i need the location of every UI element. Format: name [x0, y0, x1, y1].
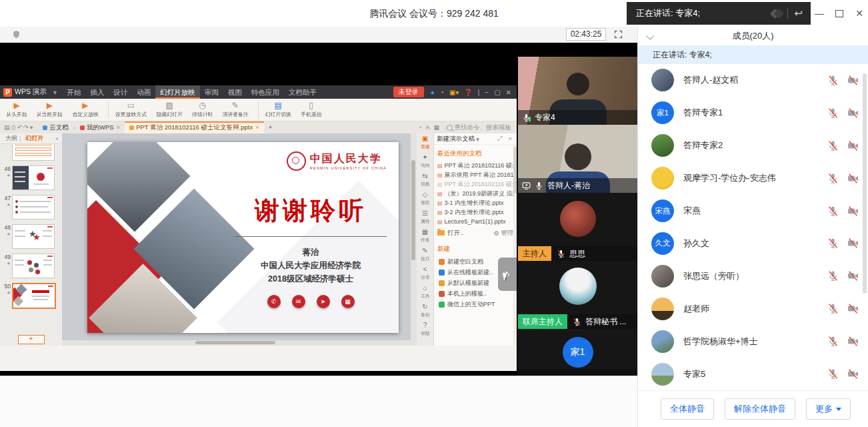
manage-link: ⚙管理 — [493, 229, 513, 238]
members-scrollbar[interactable] — [863, 73, 867, 294]
ribbon-speaker-notes: ✎演讲者备注 — [221, 101, 250, 119]
wps-doc-tabstrip: ▤⎙↶↷▾ 云文档 ‹ 我的WPS× PPT 蒋治 2018102116 硕士论… — [0, 121, 517, 134]
folder-icon — [437, 230, 445, 236]
mail-icon: ✉ — [292, 295, 305, 308]
meeting-window: 腾讯会议 会议号：929 242 481 — ✕ 正在讲话: 专家4; ↩ 02… — [0, 0, 868, 427]
avatar: 久文 — [651, 232, 674, 255]
slide-canvas: 中国人民大学 RENMIN UNIVERSITY OF CHINA 谢谢聆听 蒋… — [62, 133, 417, 346]
camera-off-icon[interactable] — [847, 75, 859, 86]
member-row[interactable]: 观摩学习-学位办-安志伟 — [638, 162, 868, 195]
mic-muted-icon[interactable] — [827, 173, 839, 184]
camera-off-icon[interactable] — [847, 303, 859, 314]
slide-thumb: 49★ — [0, 254, 62, 278]
member-row[interactable]: 哲学院杨淑华+博士 — [638, 325, 868, 358]
camera-off-icon[interactable] — [847, 368, 859, 380]
mic-muted-icon[interactable] — [827, 270, 839, 282]
ruc-logo: 中国人民大学 RENMIN UNIVERSITY OF CHINA — [287, 151, 387, 171]
wps-side-toolstrip: ▣新建 ✦动画 ⇆切换 ◇形状 ☰属性 ▦任务 ✎批注 <分享 ⌂工具 ↻备份 … — [417, 133, 434, 346]
video-tile-secretary[interactable]: 联席主持人 答辩秘书 ... — [518, 261, 637, 329]
member-row[interactable]: 家1 答辩专家1 — [638, 97, 868, 129]
mic-muted-icon[interactable] — [827, 368, 839, 380]
more-button[interactable]: 更多 — [806, 398, 851, 420]
camera-off-icon[interactable] — [847, 173, 859, 184]
chevron-down-icon[interactable] — [646, 32, 653, 39]
mic-muted-icon[interactable] — [827, 336, 839, 347]
slide-thumb-selected: 50★ — [0, 283, 62, 309]
ribbon-setup-show: ▭设置放映方式 — [114, 101, 148, 119]
member-row[interactable]: 久文 孙久文 — [638, 228, 868, 260]
wps-titlebar-icon: ● — [431, 89, 435, 96]
video-name: 专家4 — [535, 112, 555, 123]
side-tool: ▦任务 — [420, 228, 431, 247]
camera-off-icon[interactable] — [847, 107, 859, 119]
minimize-button[interactable]: — — [811, 5, 828, 21]
ribbon-from-current: ▶从当前开始 — [35, 101, 64, 119]
mic-muted-icon[interactable] — [827, 303, 839, 314]
wps-w-icon — [80, 125, 85, 130]
wps-app-name: WPS 演示 — [15, 87, 47, 97]
search-icon — [447, 125, 453, 131]
add-slide-row: + — [0, 334, 62, 346]
video-name: 思思 — [569, 248, 585, 260]
wps-restore-icon: ▢ — [494, 89, 500, 96]
video-label-partial — [518, 370, 637, 376]
ribbon-custom-show: ▶自定义放映 — [71, 101, 100, 119]
camera-off-icon[interactable] — [847, 140, 859, 151]
recent-docs-heading: 最近使用的文档 — [437, 149, 513, 158]
camera-off-icon[interactable] — [847, 270, 859, 282]
doc-tab-file: PPT 蒋治 2018102116 硕士论文答辩.pptx× — [125, 121, 264, 133]
mic-muted-icon[interactable] — [827, 107, 839, 119]
wps-tab-features: 特色应用 — [247, 85, 284, 99]
camera-off-icon[interactable] — [847, 238, 859, 249]
video-tile-expert4[interactable]: 专家4 — [518, 57, 637, 125]
side-tool: <分享 — [420, 266, 431, 284]
video-label: 联席主持人 答辩秘书 ... — [518, 314, 637, 329]
mic-muted-icon[interactable] — [827, 238, 839, 249]
camera-off-icon[interactable] — [847, 205, 859, 217]
speaking-toast-text: 正在讲话: 专家4; — [636, 7, 771, 19]
caret-down-icon — [836, 408, 841, 411]
speaking-banner: 正在讲话: 专家4; — [638, 45, 868, 64]
member-name: 张思远（旁听） — [683, 270, 827, 282]
add-slide-button: + — [18, 335, 45, 344]
ribbon-separator — [108, 101, 109, 119]
members-list: 答辩人-赵文稻 家1 答辩专家1 答辩专家2 观摩学习-学位办-安志伟 宋燕 宋… — [638, 64, 868, 390]
mic-muted-icon — [573, 318, 581, 326]
video-tile-sisi[interactable]: 主持人 思思 — [518, 193, 637, 261]
video-tile-jiangzhi[interactable]: 答辩人-蒋治 — [518, 125, 637, 193]
member-row[interactable]: 答辩专家2 — [638, 129, 868, 162]
reply-arrow-icon[interactable]: ↩ — [794, 7, 803, 19]
ribbon-hide-slide: ▨隐藏幻灯片 — [155, 101, 184, 119]
outline-tab: 大纲 — [5, 134, 17, 143]
maximize-button[interactable] — [831, 5, 848, 21]
mic-muted-icon[interactable] — [827, 140, 839, 151]
shared-screen-stage: P WPS 演示 ▾ 开始 插入 设计 动画 幻灯片放映 审阅 视图 特色应用 … — [0, 43, 637, 376]
wps-minimize-icon: − — [485, 89, 489, 96]
slides-icon: ▤ — [275, 101, 282, 111]
side-tool: ◇形状 — [420, 191, 431, 209]
member-row[interactable]: 答辩人-赵文稻 — [638, 64, 868, 97]
mic-muted-icon[interactable] — [827, 75, 839, 86]
play-icon: ▶ — [82, 101, 88, 111]
thumb-panel-tabs: 大纲 | 幻灯片 × — [0, 133, 62, 144]
recent-file: ▤Lecture5_Part1(1).pptx — [437, 217, 513, 226]
member-row[interactable]: 赵老师 — [638, 292, 868, 325]
mic-muted-icon[interactable] — [827, 205, 839, 217]
member-row[interactable]: 张思远（旁听） — [638, 260, 868, 292]
play-icon: ▶ — [13, 101, 19, 111]
ruc-name-cn: 中国人民大学 — [310, 152, 387, 166]
video-label: 答辩人-蒋治 — [518, 178, 637, 193]
video-tile-expert1[interactable]: 家1 — [518, 329, 637, 376]
slide-author: 蒋治 — [231, 246, 391, 259]
close-button[interactable]: ✕ — [851, 5, 868, 21]
member-row[interactable]: 宋燕 宋燕 — [638, 195, 868, 228]
unmute-all-button[interactable]: 解除全体静音 — [725, 398, 795, 420]
wps-titlebar: P WPS 演示 ▾ 开始 插入 设计 动画 幻灯片放映 审阅 视图 特色应用 … — [0, 85, 517, 99]
fullscreen-icon[interactable] — [613, 29, 623, 39]
slide-thumb-partial — [0, 144, 62, 161]
camera-off-icon[interactable] — [847, 336, 859, 347]
member-name: 答辩人-赵文稻 — [683, 74, 827, 86]
doc-tab-add: + — [264, 121, 277, 133]
mute-all-button[interactable]: 全体静音 — [661, 398, 714, 420]
member-row[interactable]: 专家5 — [638, 358, 868, 390]
